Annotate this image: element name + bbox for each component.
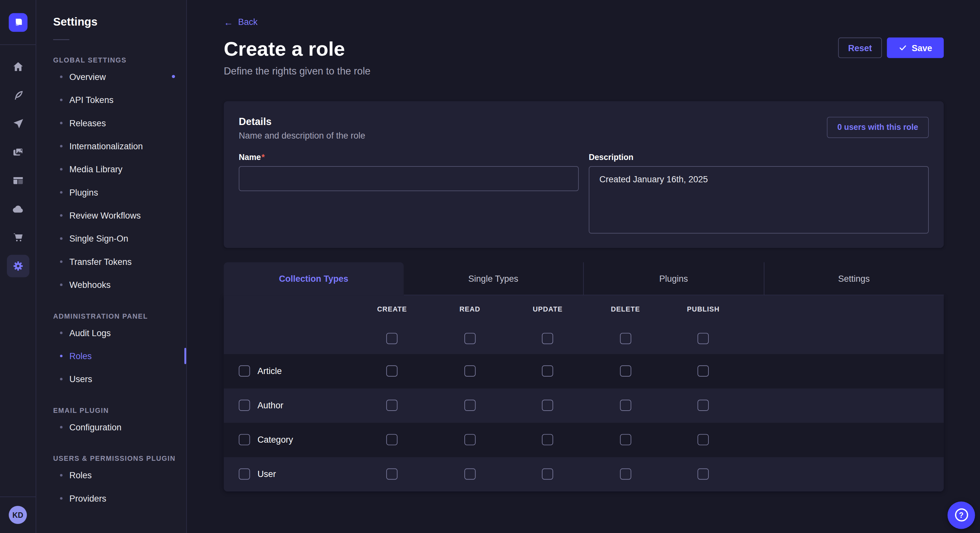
tab-settings[interactable]: Settings — [764, 262, 944, 295]
sidebar-item-overview[interactable]: Overview — [53, 65, 186, 88]
strapi-logo[interactable] — [8, 13, 27, 32]
sidebar-item-webhooks[interactable]: Webhooks — [53, 273, 186, 296]
checkbox-select-all-update[interactable] — [542, 333, 554, 344]
checkbox-author-publish[interactable] — [698, 400, 709, 411]
cart-icon[interactable] — [6, 226, 29, 248]
sidebar-item-audit-logs[interactable]: Audit Logs — [53, 321, 186, 344]
sidebar-item-users[interactable]: Users — [53, 367, 186, 390]
bullet-icon — [60, 214, 62, 217]
checkbox-article-publish[interactable] — [698, 365, 709, 377]
sidebar-item-api-tokens[interactable]: API Tokens — [53, 88, 186, 111]
checkbox-author-update[interactable] — [542, 400, 554, 411]
feather-icon[interactable] — [6, 84, 29, 106]
sidebar-item-configuration[interactable]: Configuration — [53, 416, 186, 438]
checkbox-article-update[interactable] — [542, 365, 554, 377]
section-label-global-settings: GLOBAL SETTINGS — [53, 55, 186, 65]
checkbox-user-update[interactable] — [542, 468, 554, 479]
settings-subnav: Settings GLOBAL SETTINGS Overview API To… — [36, 0, 187, 533]
paper-plane-icon[interactable] — [6, 113, 29, 135]
checkbox-category-delete[interactable] — [620, 434, 631, 445]
question-mark-icon: ? — [955, 508, 968, 522]
sidebar-item-releases[interactable]: Releases — [53, 111, 186, 134]
checkbox-category-publish[interactable] — [698, 434, 709, 445]
back-arrow-icon: ← — [224, 17, 233, 27]
layout-icon[interactable] — [6, 169, 29, 192]
nav-rail-footer: KD — [0, 496, 36, 533]
checkbox-user-read[interactable] — [464, 468, 476, 479]
media-library-icon[interactable] — [6, 141, 29, 163]
sidebar-item-label: Roles — [69, 470, 92, 480]
description-textarea[interactable]: Created January 16th, 2025 — [589, 166, 929, 233]
sidebar-item-label: Media Library — [69, 164, 123, 174]
tab-single-types[interactable]: Single Types — [404, 262, 583, 295]
table-row-user: User — [224, 457, 944, 491]
checkbox-category-update[interactable] — [542, 434, 554, 445]
tab-plugins[interactable]: Plugins — [583, 262, 763, 295]
sidebar-item-single-sign-on[interactable]: Single Sign-On — [53, 227, 186, 250]
name-input[interactable] — [239, 166, 579, 191]
users-with-role-button[interactable]: 0 users with this role — [827, 117, 929, 138]
subnav-title: Settings — [53, 16, 186, 29]
row-label: Author — [258, 400, 283, 410]
sidebar-item-media-library[interactable]: Media Library — [53, 157, 186, 180]
help-button[interactable]: ? — [948, 501, 975, 529]
sidebar-item-label: Roles — [69, 351, 92, 361]
bullet-icon — [60, 168, 62, 170]
checkbox-select-all-delete[interactable] — [620, 333, 631, 344]
checkbox-select-all-read[interactable] — [464, 333, 476, 344]
section-label-email-plugin: EMAIL PLUGIN — [53, 405, 186, 416]
row-label: Category — [258, 435, 293, 444]
checkbox-article-all[interactable] — [239, 365, 250, 377]
bullet-icon — [60, 144, 62, 147]
sidebar-item-label: API Tokens — [69, 95, 113, 105]
checkbox-select-all-publish[interactable] — [698, 333, 709, 344]
sidebar-item-providers[interactable]: Providers — [53, 486, 186, 509]
checkbox-category-all[interactable] — [239, 434, 250, 445]
checkbox-user-all[interactable] — [239, 468, 250, 479]
permissions-section: Collection Types Single Types Plugins Se… — [224, 262, 944, 491]
row-label: Article — [258, 366, 282, 376]
required-asterisk: * — [261, 152, 265, 162]
checkbox-category-read[interactable] — [464, 434, 476, 445]
sidebar-item-transfer-tokens[interactable]: Transfer Tokens — [53, 250, 186, 273]
checkbox-author-read[interactable] — [464, 400, 476, 411]
checkbox-category-create[interactable] — [386, 434, 398, 445]
avatar[interactable]: KD — [9, 506, 27, 524]
checkbox-author-delete[interactable] — [620, 400, 631, 411]
checkbox-user-create[interactable] — [386, 468, 398, 479]
sidebar-item-label: Providers — [69, 493, 106, 503]
checkbox-article-create[interactable] — [386, 365, 398, 377]
tab-collection-types[interactable]: Collection Types — [224, 262, 403, 295]
checkbox-article-read[interactable] — [464, 365, 476, 377]
nav-rail-header — [0, 0, 36, 45]
checkbox-author-create[interactable] — [386, 400, 398, 411]
details-subtitle: Name and description of the role — [239, 130, 929, 140]
checkbox-article-delete[interactable] — [620, 365, 631, 377]
active-item-indicator — [185, 347, 186, 364]
notification-dot — [172, 75, 175, 78]
bullet-icon — [60, 331, 62, 334]
header-actions: Reset Save — [838, 38, 944, 58]
bullet-icon — [60, 474, 62, 476]
checkbox-author-all[interactable] — [239, 400, 250, 411]
sidebar-item-label: Transfer Tokens — [69, 257, 132, 266]
sidebar-item-plugins[interactable]: Plugins — [53, 180, 186, 203]
column-header-delete: DELETE — [587, 305, 664, 320]
settings-gear-icon[interactable] — [6, 254, 29, 277]
cloud-icon[interactable] — [6, 198, 29, 220]
subnav-divider — [53, 40, 69, 40]
save-button[interactable]: Save — [887, 38, 944, 58]
sidebar-item-review-workflows[interactable]: Review Workflows — [53, 204, 186, 227]
sidebar-item-label: Single Sign-On — [69, 233, 128, 243]
checkbox-select-all-create[interactable] — [386, 333, 398, 344]
sidebar-item-up-roles[interactable]: Roles — [53, 463, 186, 486]
sidebar-item-label: Overview — [69, 71, 106, 82]
checkbox-user-publish[interactable] — [698, 468, 709, 479]
back-link[interactable]: ← Back — [224, 17, 257, 27]
sidebar-item-internationalization[interactable]: Internationalization — [53, 134, 186, 157]
checkbox-user-delete[interactable] — [620, 468, 631, 479]
bullet-icon — [60, 354, 62, 357]
home-icon[interactable] — [6, 56, 29, 78]
reset-button[interactable]: Reset — [838, 38, 882, 58]
sidebar-item-roles[interactable]: Roles — [53, 344, 186, 367]
